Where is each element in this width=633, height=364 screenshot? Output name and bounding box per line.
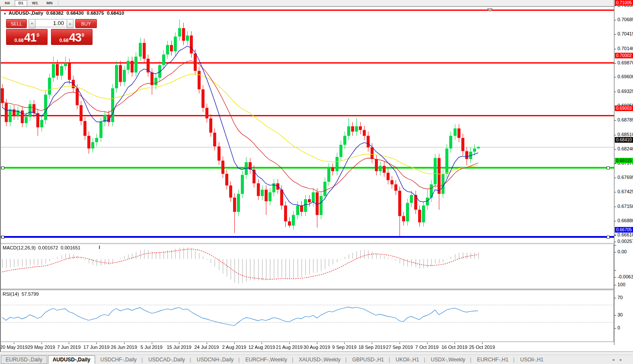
price-tick-label: 0.70685: [617, 17, 633, 22]
chart-tab-ukoil-h1[interactable]: UKOil-,H1: [391, 356, 423, 364]
price-tick-label: 0.68510: [617, 132, 633, 137]
chart-tab-usdx-weekly[interactable]: USDX-,Weekly: [426, 356, 470, 364]
chart-tab-usoil-h1[interactable]: USOil-,H1: [516, 356, 548, 364]
axis-tick-mark: [614, 242, 616, 242]
chart-tab-eurchf-h1[interactable]: EURCHF-,H1: [473, 356, 513, 364]
chart-tab-usdcad-daily[interactable]: USDCAD-,Daily: [144, 356, 189, 364]
date-tick-mark: [400, 342, 400, 344]
axis-tick-mark: [614, 221, 616, 221]
date-tick-mark: [207, 342, 207, 344]
chart-tab-eurusd-daily[interactable]: EURUSD-,Daily: [1, 355, 47, 364]
axis-tick-mark: [614, 207, 616, 207]
tab-separator: |: [190, 357, 191, 363]
price-tick-label: 0.67150: [617, 204, 633, 209]
date-tick-mark: [454, 342, 455, 344]
ask-prefix: 0.68: [59, 37, 68, 44]
axis-tick-mark: [614, 92, 616, 92]
ohlc-close: 0.68410: [107, 10, 124, 16]
price-tick-label: 0.66880: [617, 218, 633, 223]
collapse-panel-icon[interactable]: ▲: [3, 12, 6, 15]
rsi-scale-label: 70: [617, 295, 623, 300]
price-axis[interactable]: 0.709550.706850.704150.701400.698700.696…: [614, 0, 633, 345]
tab-separator: |: [513, 357, 515, 363]
hline-price-label: 0.71005: [615, 0, 633, 6]
volume-input[interactable]: [35, 19, 67, 27]
volume-increase-icon[interactable]: ▲: [67, 19, 74, 28]
bid-quote[interactable]: 0.68 41 0: [6, 29, 48, 45]
hline-price-label: 0.66705: [615, 227, 633, 233]
chart-tab-eurchf-weekly[interactable]: EURCHF-,Weekly: [241, 356, 291, 364]
axis-tick-mark: [614, 298, 616, 298]
price-tick-label: 0.69870: [617, 60, 633, 65]
panel-divider[interactable]: [0, 289, 633, 291]
date-label: 7 Oct 2019: [416, 345, 439, 350]
timeframe-toolbar: H4D1W1MN: [0, 0, 633, 7]
tab-separator: |: [141, 357, 143, 363]
price-tick-label: 0.67695: [617, 175, 633, 180]
date-label: 25 Oct 2019: [469, 345, 495, 350]
rsi-panel-canvas[interactable]: [0, 290, 614, 342]
tab-separator: |: [470, 357, 471, 363]
timeframe-button-d1[interactable]: D1: [15, 0, 28, 6]
window-frame: [0, 7, 1, 352]
timeframe-button-mn[interactable]: MN: [43, 0, 57, 6]
date-axis: 20 May 201929 May 20197 Jun 201917 Jun 2…: [0, 342, 614, 351]
tab-separator: |: [424, 357, 425, 363]
ohlc-low: 0.68375: [87, 10, 104, 16]
chart-tab-bar: EURUSD-,DailyAUDUSD-,DailyUSDCHF-,Daily|…: [0, 354, 633, 364]
ask-pips: 43: [69, 32, 81, 44]
axis-tick-mark: [614, 6, 616, 6]
timeframe-button-w1[interactable]: W1: [28, 0, 42, 6]
rsi-header: RSI(14)57.5799: [3, 291, 42, 297]
chart-tab-usdchf-daily[interactable]: USDCHF-,Daily: [96, 356, 141, 364]
price-tick-label: 0.67425: [617, 189, 633, 194]
volume-decrease-icon[interactable]: ▼: [29, 19, 35, 28]
sell-button[interactable]: SELL: [6, 19, 27, 28]
ask-quote[interactable]: 0.68 43 0: [51, 29, 93, 45]
macd-header: MACD(12,26,9)0.0016720.001651: [3, 245, 83, 250]
tab-separator: |: [292, 357, 293, 363]
chart-tab-audusd-daily[interactable]: AUDUSD-,Daily: [48, 355, 95, 364]
price-tick-label: 0.69600: [617, 74, 633, 79]
chart-tab-usdcnh-daily[interactable]: USDCNH-,Daily: [192, 356, 238, 364]
macd-scale-label: 0.00: [617, 249, 627, 254]
price-tick-label: 0.69325: [617, 89, 633, 94]
rsi-title: RSI(14): [3, 291, 19, 297]
timeframe-button-h4[interactable]: H4: [1, 0, 14, 6]
rsi-scale-label: 30: [617, 312, 623, 317]
bid-point: 0: [37, 32, 39, 38]
date-label: 24 Jul 2019: [194, 345, 219, 350]
date-tick-mark: [372, 342, 372, 344]
date-tick-mark: [289, 342, 290, 344]
axis-tick-mark: [614, 235, 616, 235]
ohlc-open: 0.68382: [46, 10, 64, 16]
chart-title: ▲AUDUSD-,Daily0.683820.684300.683750.684…: [3, 10, 124, 16]
axis-tick-mark: [614, 149, 616, 150]
date-label: 12 Aug 2019: [248, 345, 275, 350]
date-tick-mark: [42, 342, 42, 344]
panel-divider[interactable]: [0, 243, 633, 244]
date-label: 17 Jun 2019: [83, 345, 110, 350]
date-tick-mark: [344, 342, 345, 344]
toolbar-separator: [58, 1, 58, 6]
chart-tab-xauusd-weekly[interactable]: XAUUSD-,Weekly: [294, 356, 345, 364]
macd-panel-canvas[interactable]: [0, 244, 614, 289]
price-tick-label: 0.66610: [617, 232, 633, 237]
axis-tick-mark: [614, 135, 616, 135]
date-label: 9 Sep 2019: [332, 345, 356, 350]
price-tick-label: 0.68785: [617, 117, 633, 122]
current-price-label: 0.68410: [615, 137, 633, 143]
axis-tick-mark: [614, 277, 616, 278]
date-label: 30 Aug 2019: [304, 345, 330, 350]
date-label: 21 Aug 2019: [276, 345, 303, 350]
date-tick-mark: [427, 342, 428, 344]
date-tick-mark: [317, 342, 317, 344]
axis-tick-mark: [614, 77, 616, 77]
bid-prefix: 0.68: [14, 37, 23, 44]
tab-scroll-arrows[interactable]: ◄►: [611, 358, 627, 362]
date-tick-mark: [482, 342, 483, 344]
axis-tick-mark: [614, 270, 616, 271]
buy-button[interactable]: BUY: [75, 19, 97, 28]
macd-title: MACD(12,26,9): [3, 245, 35, 250]
chart-tab-gbpusd-h1[interactable]: GBPUSD-,H1: [348, 356, 388, 364]
